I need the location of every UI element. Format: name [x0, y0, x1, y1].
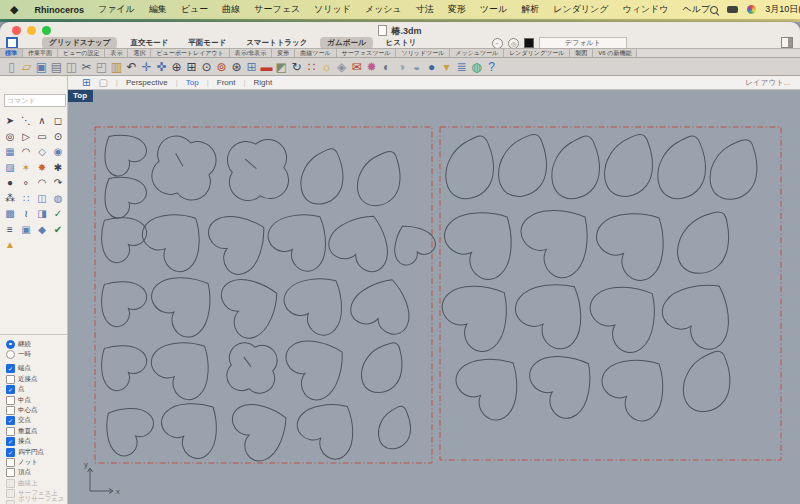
- squiggle-tool-icon[interactable]: ≀: [18, 206, 34, 222]
- move-icon[interactable]: ✜: [154, 59, 169, 75]
- point-snap-icon[interactable]: ∷: [304, 59, 319, 75]
- color-wheel-icon[interactable]: ✹: [364, 59, 379, 75]
- zoom-icon[interactable]: ⊕: [169, 59, 184, 75]
- color-wheel-icon[interactable]: [747, 5, 756, 14]
- curve-tool-icon[interactable]: ▭: [34, 129, 50, 145]
- checkbox-icon[interactable]: [6, 406, 15, 415]
- render-mail-icon[interactable]: ✉: [349, 59, 364, 75]
- osnap-item-中心点[interactable]: 中心点: [0, 405, 68, 415]
- osnap-item-近接点[interactable]: 近接点: [0, 374, 68, 384]
- top-viewport[interactable]: Top yx: [68, 90, 800, 504]
- scale-tool-icon[interactable]: ⁂: [2, 191, 18, 207]
- xray-view-icon[interactable]: ◒: [409, 59, 424, 75]
- menubar-item-2[interactable]: 編集: [149, 3, 167, 16]
- menubar-item-14[interactable]: ヘルプ: [683, 3, 711, 16]
- tab-変形[interactable]: 変形: [272, 49, 295, 57]
- checkbox-icon[interactable]: ✓: [6, 364, 15, 373]
- blob-tool-icon[interactable]: ●: [2, 175, 18, 191]
- tab-標準[interactable]: 標準: [0, 49, 23, 57]
- array-tool-icon[interactable]: ∷: [18, 191, 34, 207]
- view-tab-top[interactable]: Top: [186, 78, 199, 87]
- selection-filter-icon[interactable]: ◩: [274, 59, 289, 75]
- hatch-tool-icon[interactable]: ▩: [2, 206, 18, 222]
- osnap-radio-一時[interactable]: 一時: [0, 349, 68, 359]
- copy-icon[interactable]: ◰: [94, 59, 109, 75]
- tab-表示/非表示[interactable]: 表示/非表示: [230, 49, 273, 57]
- osnap-item-頂点[interactable]: 頂点: [0, 468, 68, 478]
- red-car-icon[interactable]: ▬: [259, 59, 274, 75]
- circle-tool-icon[interactable]: ◎: [2, 129, 18, 145]
- osnap-item-交点[interactable]: ✓交点: [0, 416, 68, 426]
- tab-製図[interactable]: 製図: [570, 49, 593, 57]
- zoom-selected-icon[interactable]: ⊚: [214, 59, 229, 75]
- menubar-item-6[interactable]: ソリッド: [314, 3, 351, 16]
- four-pane-icon[interactable]: ⊞: [82, 77, 90, 88]
- single-pane-icon[interactable]: ▢: [98, 77, 107, 88]
- check-tool-icon[interactable]: ✓: [50, 206, 66, 222]
- points-tool-icon[interactable]: ⋱: [18, 113, 34, 129]
- rotate-view-icon[interactable]: ↻: [289, 59, 304, 75]
- tab-V6 の新機能[interactable]: V6 の新機能: [593, 49, 637, 57]
- checkbox-icon[interactable]: ✓: [6, 448, 15, 457]
- pan-icon[interactable]: ✛: [139, 59, 154, 75]
- checkbox-icon[interactable]: [6, 468, 15, 477]
- panel-toggle-icon[interactable]: [781, 37, 793, 48]
- cut-icon[interactable]: ✂: [79, 59, 94, 75]
- print-icon[interactable]: ▤: [49, 59, 64, 75]
- fillet-tool-icon[interactable]: ◠: [34, 175, 50, 191]
- zoom-window-icon[interactable]: ⊞: [184, 59, 199, 75]
- osnap-item-接点[interactable]: ✓接点: [0, 437, 68, 447]
- osnap-item-四半円点[interactable]: ✓四半円点: [0, 447, 68, 457]
- menubar-item-8[interactable]: 寸法: [416, 3, 434, 16]
- tab-メッシュツール[interactable]: メッシュツール: [450, 49, 504, 57]
- zoom-extents-icon[interactable]: ⊛: [229, 59, 244, 75]
- checkbox-icon[interactable]: [6, 375, 15, 384]
- layout-button[interactable]: レイアウト...: [745, 78, 800, 88]
- tab-選択[interactable]: 選択: [128, 49, 151, 57]
- search-icon[interactable]: [710, 6, 718, 14]
- loft-tool-icon[interactable]: ◠: [18, 144, 34, 160]
- zoom-dynamic-icon[interactable]: ⊙: [199, 59, 214, 75]
- checkbox-icon[interactable]: [6, 427, 15, 436]
- four-viewports-icon[interactable]: ⊞: [244, 59, 259, 75]
- rebuild-tool-icon[interactable]: ↷: [50, 175, 66, 191]
- solid-tool-icon[interactable]: ▣: [18, 222, 34, 238]
- menubar-item-4[interactable]: 曲線: [222, 3, 240, 16]
- menubar-item-7[interactable]: メッシュ: [365, 3, 402, 16]
- checkbox-icon[interactable]: [6, 396, 15, 405]
- menubar-item-1[interactable]: ファイル: [98, 3, 135, 16]
- osnap-item-ノット[interactable]: ノット: [0, 457, 68, 467]
- checkbox-icon[interactable]: [6, 458, 15, 467]
- apple-menu-icon[interactable]: ◆: [10, 3, 18, 16]
- shaded-view-icon[interactable]: ◐: [379, 59, 394, 75]
- cone-tool-icon[interactable]: ▲: [5, 239, 15, 250]
- menubar-item-12[interactable]: レンダリング: [553, 3, 608, 16]
- back-circle-icon[interactable]: ←: [492, 38, 503, 49]
- open-file-icon[interactable]: ▱: [19, 59, 34, 75]
- undo-icon[interactable]: ↶: [124, 59, 139, 75]
- lamp-icon[interactable]: ☼: [319, 59, 334, 75]
- tab-レンダリングツール[interactable]: レンダリングツール: [504, 49, 570, 57]
- view-tab-front[interactable]: Front: [217, 78, 236, 87]
- split-tool-icon[interactable]: ◨: [34, 206, 50, 222]
- rectangle-tool-icon[interactable]: ◻: [50, 113, 66, 129]
- lock-icon[interactable]: ◈: [334, 59, 349, 75]
- menubar-item-app[interactable]: Rhinoceros: [34, 5, 84, 15]
- help-icon[interactable]: ?: [484, 59, 499, 75]
- diamond-tool-icon[interactable]: ◆: [34, 222, 50, 238]
- menubar-item-5[interactable]: サーフェス: [254, 3, 300, 16]
- osnap-radio-継続[interactable]: 継続: [0, 339, 68, 349]
- tab-ビューの設定[interactable]: ビューの設定: [58, 49, 105, 57]
- tab-表示[interactable]: 表示: [105, 49, 128, 57]
- tab-作業平面[interactable]: 作業平面: [23, 49, 58, 57]
- active-color-swatch[interactable]: [524, 38, 534, 48]
- command-input[interactable]: [4, 94, 66, 107]
- star-tool-icon[interactable]: ✶: [18, 160, 34, 176]
- osnap-item-点[interactable]: ✓点: [0, 385, 68, 395]
- ellipse-tool-icon[interactable]: ⊙: [50, 129, 66, 145]
- view-tab-perspective[interactable]: Perspective: [126, 78, 168, 87]
- tab-ビューポートレイアウト[interactable]: ビューポートレイアウト: [151, 49, 229, 57]
- rendered-view-icon[interactable]: ●: [424, 59, 439, 75]
- explode-tool-icon[interactable]: ✸: [34, 160, 50, 176]
- osnap-item-垂直点[interactable]: 垂直点: [0, 426, 68, 436]
